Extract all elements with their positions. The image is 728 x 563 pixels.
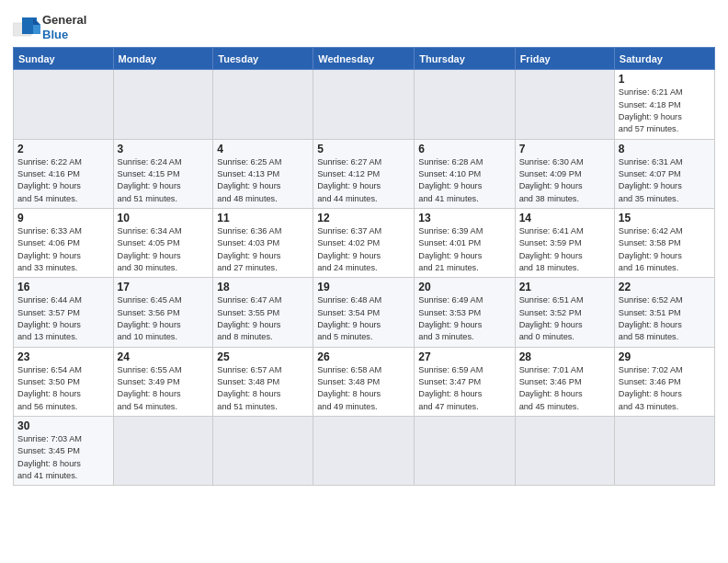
calendar-week-5: 23Sunrise: 6:54 AM Sunset: 3:50 PM Dayli… <box>14 347 715 416</box>
header: General Blue <box>13 9 715 41</box>
logo-general: General <box>42 13 86 27</box>
day-number: 12 <box>317 212 410 224</box>
day-info: Sunrise: 6:55 AM Sunset: 3:49 PM Dayligh… <box>118 364 210 413</box>
calendar-cell <box>614 417 714 486</box>
day-info: Sunrise: 6:44 AM Sunset: 3:57 PM Dayligh… <box>17 294 109 343</box>
calendar-cell: 6Sunrise: 6:28 AM Sunset: 4:10 PM Daylig… <box>415 139 515 208</box>
calendar-table: SundayMondayTuesdayWednesdayThursdayFrid… <box>13 47 715 486</box>
day-info: Sunrise: 6:57 AM Sunset: 3:48 PM Dayligh… <box>217 364 309 413</box>
day-info: Sunrise: 6:49 AM Sunset: 3:53 PM Dayligh… <box>418 294 510 343</box>
logo: General Blue <box>13 13 86 41</box>
day-number: 3 <box>118 143 210 155</box>
calendar-cell: 17Sunrise: 6:45 AM Sunset: 3:56 PM Dayli… <box>113 278 213 347</box>
calendar-week-2: 2Sunrise: 6:22 AM Sunset: 4:16 PM Daylig… <box>14 139 715 208</box>
calendar-cell <box>113 70 213 139</box>
day-number: 1 <box>619 73 711 86</box>
day-info: Sunrise: 7:01 AM Sunset: 3:46 PM Dayligh… <box>519 364 610 413</box>
day-info: Sunrise: 6:54 AM Sunset: 3:50 PM Dayligh… <box>17 364 109 413</box>
logo-icon <box>13 17 39 38</box>
day-info: Sunrise: 6:36 AM Sunset: 4:03 PM Dayligh… <box>217 225 309 274</box>
day-info: Sunrise: 6:51 AM Sunset: 3:52 PM Dayligh… <box>519 294 610 343</box>
day-number: 14 <box>519 212 610 224</box>
day-info: Sunrise: 6:48 AM Sunset: 3:54 PM Dayligh… <box>317 294 410 343</box>
calendar-cell: 28Sunrise: 7:01 AM Sunset: 3:46 PM Dayli… <box>515 347 614 416</box>
day-number: 28 <box>519 350 610 363</box>
calendar-cell: 29Sunrise: 7:02 AM Sunset: 3:46 PM Dayli… <box>614 347 714 416</box>
day-number: 13 <box>418 212 510 224</box>
weekday-header-tuesday: Tuesday <box>213 48 313 70</box>
weekday-header-monday: Monday <box>113 48 213 70</box>
day-info: Sunrise: 6:34 AM Sunset: 4:05 PM Dayligh… <box>118 225 210 274</box>
day-info: Sunrise: 6:24 AM Sunset: 4:15 PM Dayligh… <box>118 156 210 205</box>
day-info: Sunrise: 6:45 AM Sunset: 3:56 PM Dayligh… <box>118 294 210 343</box>
calendar-cell <box>213 70 313 139</box>
day-number: 29 <box>619 350 711 363</box>
day-info: Sunrise: 7:03 AM Sunset: 3:45 PM Dayligh… <box>17 433 109 482</box>
weekday-header-thursday: Thursday <box>415 48 515 70</box>
calendar-week-6: 30Sunrise: 7:03 AM Sunset: 3:45 PM Dayli… <box>14 417 715 486</box>
day-number: 16 <box>17 281 109 293</box>
day-info: Sunrise: 6:21 AM Sunset: 4:18 PM Dayligh… <box>619 86 711 135</box>
calendar-cell: 7Sunrise: 6:30 AM Sunset: 4:09 PM Daylig… <box>515 139 614 208</box>
calendar-cell <box>515 70 614 139</box>
calendar-page: General Blue SundayMondayTuesdayWednesda… <box>0 0 728 563</box>
calendar-body: 1Sunrise: 6:21 AM Sunset: 4:18 PM Daylig… <box>14 70 715 486</box>
day-number: 21 <box>519 281 610 293</box>
day-info: Sunrise: 6:33 AM Sunset: 4:06 PM Dayligh… <box>17 225 109 274</box>
weekday-header-wednesday: Wednesday <box>313 48 415 70</box>
day-number: 20 <box>418 281 510 293</box>
calendar-cell: 2Sunrise: 6:22 AM Sunset: 4:16 PM Daylig… <box>14 139 114 208</box>
day-number: 2 <box>17 143 109 155</box>
logo-blue: Blue <box>42 28 68 41</box>
calendar-cell: 15Sunrise: 6:42 AM Sunset: 3:58 PM Dayli… <box>614 208 714 277</box>
calendar-cell: 23Sunrise: 6:54 AM Sunset: 3:50 PM Dayli… <box>14 347 114 416</box>
calendar-week-1: 1Sunrise: 6:21 AM Sunset: 4:18 PM Daylig… <box>14 70 715 139</box>
day-info: Sunrise: 6:22 AM Sunset: 4:16 PM Dayligh… <box>17 156 109 205</box>
day-info: Sunrise: 6:39 AM Sunset: 4:01 PM Dayligh… <box>418 225 510 274</box>
day-info: Sunrise: 6:58 AM Sunset: 3:48 PM Dayligh… <box>317 364 410 413</box>
calendar-cell: 26Sunrise: 6:58 AM Sunset: 3:48 PM Dayli… <box>313 347 415 416</box>
day-info: Sunrise: 6:41 AM Sunset: 3:59 PM Dayligh… <box>519 225 610 274</box>
calendar-cell: 30Sunrise: 7:03 AM Sunset: 3:45 PM Dayli… <box>14 417 114 486</box>
calendar-cell: 1Sunrise: 6:21 AM Sunset: 4:18 PM Daylig… <box>614 70 714 139</box>
calendar-cell: 9Sunrise: 6:33 AM Sunset: 4:06 PM Daylig… <box>14 208 114 277</box>
calendar-cell <box>14 70 114 139</box>
day-number: 23 <box>17 350 109 363</box>
calendar-cell: 25Sunrise: 6:57 AM Sunset: 3:48 PM Dayli… <box>213 347 313 416</box>
day-info: Sunrise: 6:30 AM Sunset: 4:09 PM Dayligh… <box>519 156 610 205</box>
day-info: Sunrise: 7:02 AM Sunset: 3:46 PM Dayligh… <box>619 364 711 413</box>
calendar-cell: 18Sunrise: 6:47 AM Sunset: 3:55 PM Dayli… <box>213 278 313 347</box>
day-info: Sunrise: 6:37 AM Sunset: 4:02 PM Dayligh… <box>317 225 410 274</box>
calendar-cell <box>313 417 415 486</box>
calendar-week-4: 16Sunrise: 6:44 AM Sunset: 3:57 PM Dayli… <box>14 278 715 347</box>
day-number: 11 <box>217 212 309 224</box>
day-number: 6 <box>418 143 510 155</box>
day-number: 24 <box>118 350 210 363</box>
calendar-cell <box>415 417 515 486</box>
day-number: 26 <box>317 350 410 363</box>
day-info: Sunrise: 6:42 AM Sunset: 3:58 PM Dayligh… <box>619 225 711 274</box>
calendar-cell <box>415 70 515 139</box>
calendar-cell: 16Sunrise: 6:44 AM Sunset: 3:57 PM Dayli… <box>14 278 114 347</box>
calendar-cell: 24Sunrise: 6:55 AM Sunset: 3:49 PM Dayli… <box>113 347 213 416</box>
day-info: Sunrise: 6:27 AM Sunset: 4:12 PM Dayligh… <box>317 156 410 205</box>
day-number: 10 <box>118 212 210 224</box>
calendar-cell: 5Sunrise: 6:27 AM Sunset: 4:12 PM Daylig… <box>313 139 415 208</box>
day-number: 30 <box>17 419 109 432</box>
weekday-header-saturday: Saturday <box>614 48 714 70</box>
calendar-cell: 11Sunrise: 6:36 AM Sunset: 4:03 PM Dayli… <box>213 208 313 277</box>
weekday-header-row: SundayMondayTuesdayWednesdayThursdayFrid… <box>14 48 715 70</box>
calendar-cell: 12Sunrise: 6:37 AM Sunset: 4:02 PM Dayli… <box>313 208 415 277</box>
day-info: Sunrise: 6:59 AM Sunset: 3:47 PM Dayligh… <box>418 364 510 413</box>
logo-text: General Blue <box>42 13 86 41</box>
day-info: Sunrise: 6:31 AM Sunset: 4:07 PM Dayligh… <box>619 156 711 205</box>
calendar-cell: 27Sunrise: 6:59 AM Sunset: 3:47 PM Dayli… <box>415 347 515 416</box>
day-number: 9 <box>17 212 109 224</box>
day-number: 17 <box>118 281 210 293</box>
day-info: Sunrise: 6:28 AM Sunset: 4:10 PM Dayligh… <box>418 156 510 205</box>
calendar-cell: 22Sunrise: 6:52 AM Sunset: 3:51 PM Dayli… <box>614 278 714 347</box>
calendar-cell: 8Sunrise: 6:31 AM Sunset: 4:07 PM Daylig… <box>614 139 714 208</box>
day-number: 22 <box>619 281 711 293</box>
calendar-cell <box>213 417 313 486</box>
calendar-cell: 20Sunrise: 6:49 AM Sunset: 3:53 PM Dayli… <box>415 278 515 347</box>
